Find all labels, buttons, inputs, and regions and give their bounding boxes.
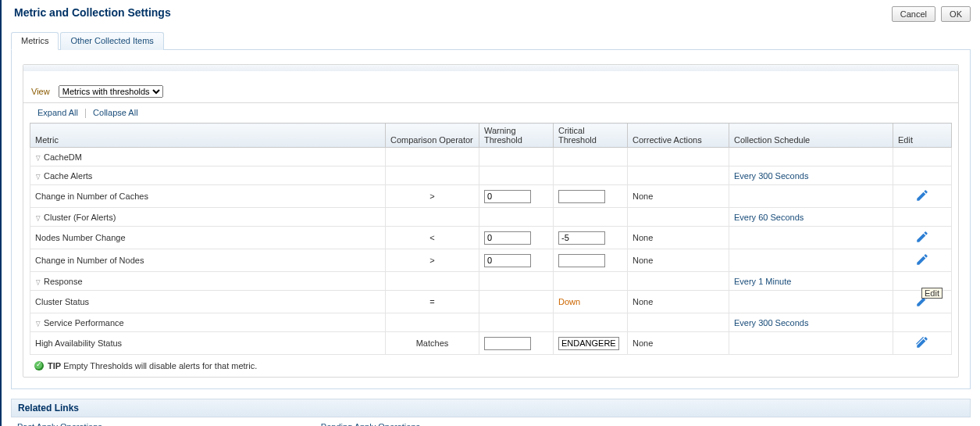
- metrics-table: Metric Comparison Operator Warning Thres…: [30, 123, 952, 355]
- page-title: Metric and Collection Settings: [14, 6, 171, 19]
- corrective: None: [628, 227, 729, 249]
- row-service-performance: ▽Service Performance Every 300 Seconds: [30, 313, 952, 332]
- edit-icon[interactable]: [915, 252, 929, 267]
- corrective: None: [628, 185, 729, 208]
- warning-input[interactable]: [484, 337, 531, 350]
- row-cluster-status: Cluster Status = Down None: [30, 291, 952, 313]
- expand-all-link[interactable]: Expand All: [37, 108, 78, 117]
- warning-input[interactable]: [484, 254, 531, 267]
- metric-label: High Availability Status: [35, 338, 122, 348]
- tip-icon: [34, 361, 44, 371]
- expand-icon[interactable]: ▽: [36, 154, 41, 162]
- col-metric: Metric: [30, 124, 386, 148]
- tab-other-collected[interactable]: Other Collected Items: [60, 32, 163, 50]
- edit-icon[interactable]: [915, 188, 929, 202]
- tip-label: TIP: [48, 361, 61, 371]
- metric-label: Change in Number of Nodes: [35, 256, 144, 265]
- corrective: None: [628, 332, 729, 355]
- schedule-link[interactable]: Every 300 Seconds: [734, 171, 808, 181]
- op: >: [386, 185, 479, 208]
- op: >: [386, 249, 479, 272]
- row-cache-alerts: ▽Cache Alerts Every 300 Seconds: [30, 166, 952, 185]
- row-nodes-number-change: Nodes Number Change < None: [30, 227, 952, 249]
- schedule-link[interactable]: Every 1 Minute: [734, 277, 791, 286]
- warning-input[interactable]: [484, 190, 531, 203]
- past-apply-link[interactable]: Past Apply Operations: [17, 422, 102, 426]
- col-schedule: Collection Schedule: [729, 124, 893, 148]
- row-ha-status: High Availability Status Matches None: [30, 332, 952, 355]
- col-critical: Critical Threshold: [554, 124, 628, 148]
- col-corrective: Corrective Actions: [628, 124, 729, 148]
- metric-label: Cluster Status: [35, 297, 89, 306]
- op: =: [386, 291, 479, 313]
- col-comparison: Comparison Operator: [386, 124, 479, 148]
- op: Matches: [386, 332, 479, 355]
- pending-apply-link[interactable]: Pending Apply Operations: [321, 422, 420, 426]
- metric-label: Cache Alerts: [44, 171, 92, 181]
- row-cluster-alerts: ▽Cluster (For Alerts) Every 60 Seconds: [30, 208, 952, 227]
- edit-many-icon[interactable]: [915, 335, 929, 349]
- col-edit: Edit: [893, 124, 952, 148]
- row-change-caches: Change in Number of Caches > None: [30, 185, 952, 208]
- row-cachedm: ▽CacheDM: [30, 148, 952, 166]
- divider: [85, 109, 86, 118]
- warning-input[interactable]: [484, 231, 531, 245]
- row-response: ▽Response Every 1 Minute: [30, 272, 952, 291]
- metric-label: Response: [44, 277, 83, 286]
- schedule-link[interactable]: Every 300 Seconds: [734, 318, 808, 328]
- edit-icon[interactable]: [915, 230, 929, 244]
- metric-label: Change in Number of Caches: [35, 192, 148, 201]
- expand-icon[interactable]: ▽: [36, 320, 41, 328]
- metric-label: CacheDM: [44, 152, 82, 162]
- op: <: [386, 227, 479, 249]
- tabs: Metrics Other Collected Items: [11, 31, 971, 50]
- schedule-link[interactable]: Every 60 Seconds: [734, 213, 804, 222]
- corrective: None: [628, 291, 729, 313]
- critical-input[interactable]: [558, 231, 605, 245]
- tab-metrics[interactable]: Metrics: [11, 32, 59, 50]
- corrective: None: [628, 249, 729, 272]
- row-change-nodes: Change in Number of Nodes > None: [30, 249, 952, 272]
- related-links-title: Related Links: [11, 399, 971, 417]
- critical-input[interactable]: [558, 254, 605, 267]
- ok-button[interactable]: OK: [941, 6, 971, 22]
- edit-tooltip: Edit: [921, 288, 943, 299]
- critical-input[interactable]: [558, 337, 619, 350]
- expand-icon[interactable]: ▽: [36, 173, 41, 181]
- critical-text: Down: [558, 297, 580, 306]
- view-select[interactable]: Metrics with thresholds: [59, 85, 163, 98]
- collapse-all-link[interactable]: Collapse All: [93, 108, 137, 117]
- metric-label: Service Performance: [44, 318, 124, 328]
- view-label: View: [31, 87, 50, 96]
- critical-input[interactable]: [558, 190, 605, 203]
- expand-icon[interactable]: ▽: [36, 278, 41, 286]
- expand-icon[interactable]: ▽: [36, 214, 41, 222]
- metric-label: Cluster (For Alerts): [44, 213, 116, 222]
- tip-text: Empty Thresholds will disable alerts for…: [61, 361, 257, 371]
- col-warning: Warning Threshold: [479, 124, 554, 148]
- metric-label: Nodes Number Change: [35, 233, 126, 242]
- cancel-button[interactable]: Cancel: [892, 6, 935, 22]
